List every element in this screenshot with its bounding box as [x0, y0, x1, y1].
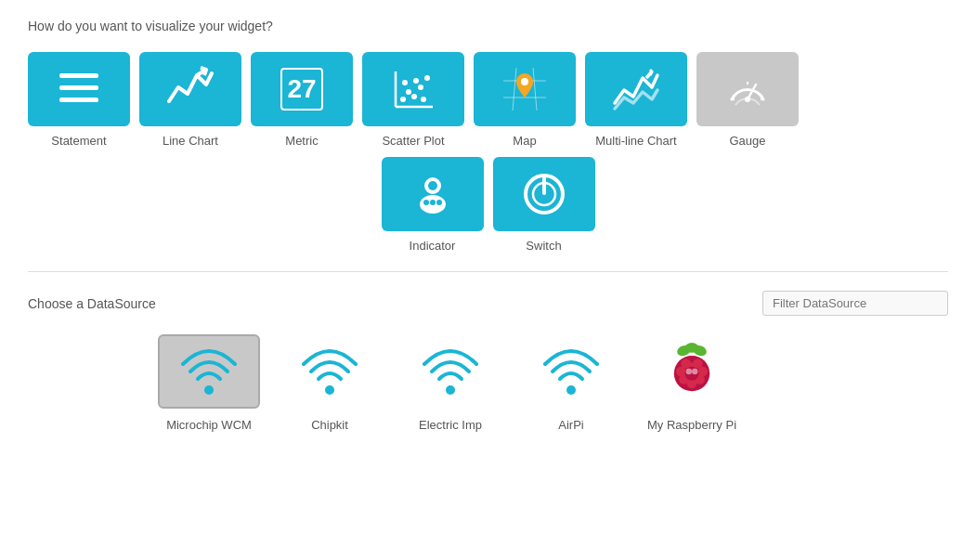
svg-rect-0: [59, 73, 98, 78]
chipkit-icon: [279, 334, 381, 409]
my-raspberry-pi-icon: [641, 334, 743, 409]
svg-point-27: [428, 181, 437, 190]
svg-point-11: [418, 85, 423, 90]
map-label: Map: [513, 134, 536, 148]
ds-electric-imp[interactable]: Electric Imp: [399, 334, 501, 432]
ds-my-raspberry-pi[interactable]: My Raspberry Pi: [641, 334, 743, 432]
svg-point-8: [406, 89, 411, 95]
widget-multi-line-chart[interactable]: Multi-line Chart: [585, 52, 687, 148]
widget-metric[interactable]: 27 Metric: [251, 52, 353, 148]
svg-point-29: [430, 200, 436, 205]
scatter-plot-label: Scatter Plot: [382, 134, 444, 148]
microchip-wcm-icon: [158, 334, 260, 409]
ds-microchip-wcm[interactable]: Microchip WCM: [158, 334, 260, 432]
svg-point-28: [423, 200, 429, 205]
svg-point-12: [424, 75, 430, 81]
datasource-label: Choose a DataSource: [28, 296, 156, 311]
widget-statement[interactable]: Statement: [28, 52, 130, 148]
multi-line-chart-label: Multi-line Chart: [595, 134, 676, 148]
svg-point-51: [686, 369, 692, 374]
widget-line-chart[interactable]: Line Chart: [139, 52, 241, 148]
svg-point-14: [421, 97, 426, 102]
svg-rect-1: [59, 85, 98, 90]
microchip-wcm-label: Microchip WCM: [166, 418, 252, 432]
svg-line-16: [533, 68, 537, 111]
ds-airpi[interactable]: AirPi: [520, 334, 622, 432]
line-chart-label: Line Chart: [163, 134, 218, 148]
airpi-label: AirPi: [558, 418, 583, 432]
indicator-icon: [382, 157, 484, 231]
widget-switch[interactable]: Switch: [493, 157, 595, 253]
statement-label: Statement: [51, 134, 106, 148]
widget-indicator[interactable]: Indicator: [382, 157, 484, 253]
svg-point-9: [411, 94, 417, 99]
widget-row2: Indicator Switch: [28, 157, 948, 253]
svg-text:27: 27: [287, 74, 316, 103]
svg-point-37: [566, 385, 576, 395]
svg-point-10: [402, 80, 408, 85]
question-label: How do you want to visualize your widget…: [28, 19, 948, 33]
statement-icon: [28, 52, 130, 126]
scatter-plot-icon: [362, 52, 464, 126]
datasource-header: Choose a DataSource: [28, 291, 948, 316]
my-raspberry-pi-label: My Raspberry Pi: [647, 418, 736, 432]
section-divider: [28, 271, 948, 272]
metric-label: Metric: [285, 134, 318, 148]
svg-rect-2: [59, 98, 98, 102]
indicator-label: Indicator: [410, 239, 456, 253]
switch-label: Switch: [526, 239, 561, 253]
metric-icon: 27: [251, 52, 353, 126]
widget-map[interactable]: Map: [474, 52, 576, 148]
multi-line-chart-icon: [585, 52, 687, 126]
gauge-label: Gauge: [729, 134, 765, 148]
svg-point-21: [745, 97, 750, 102]
svg-point-7: [400, 97, 406, 102]
airpi-icon: [520, 334, 622, 409]
svg-point-52: [692, 369, 697, 374]
gauge-icon: [696, 52, 799, 126]
switch-icon: [493, 157, 595, 231]
svg-point-36: [446, 385, 455, 395]
svg-point-30: [436, 200, 442, 205]
map-icon: [474, 52, 576, 126]
svg-point-13: [413, 78, 419, 84]
widget-grid: Statement Line Chart 27 Metric: [28, 52, 948, 148]
widget-gauge[interactable]: Gauge: [696, 52, 799, 148]
filter-datasource-input[interactable]: [762, 291, 948, 316]
electric-imp-label: Electric Imp: [419, 418, 482, 432]
ds-chipkit[interactable]: Chipkit: [279, 334, 381, 432]
svg-point-34: [204, 385, 214, 395]
svg-point-19: [521, 78, 528, 85]
widget-scatter-plot[interactable]: Scatter Plot: [362, 52, 464, 148]
line-chart-icon: [139, 52, 241, 126]
svg-point-35: [325, 385, 334, 395]
chipkit-label: Chipkit: [311, 418, 348, 432]
electric-imp-icon: [399, 334, 501, 409]
datasource-grid: Microchip WCM Chipkit Electric Imp: [28, 334, 948, 432]
svg-line-15: [513, 68, 516, 111]
